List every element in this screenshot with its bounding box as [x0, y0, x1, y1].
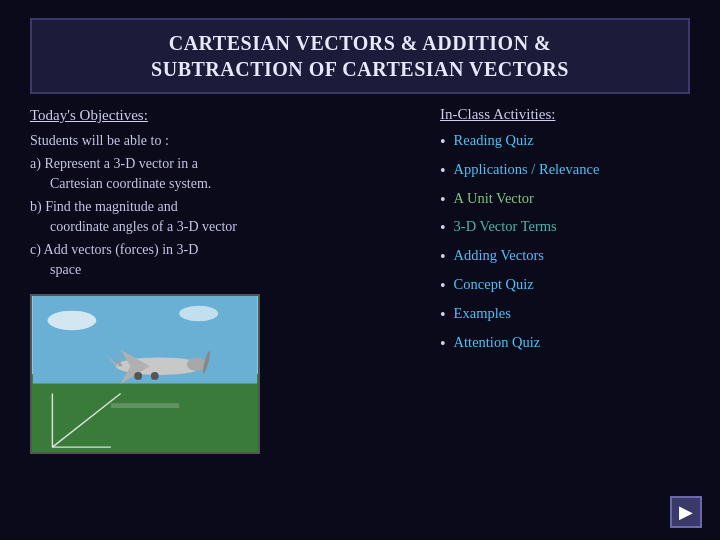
objectives-section: Today's Objectives: Students will be abl…	[30, 104, 415, 284]
bullet-1: •	[440, 132, 446, 153]
slide: CARTESIAN VECTORS & ADDITION & SUBTRACTI…	[0, 0, 720, 540]
activity-item-concept-quiz: • Concept Quiz	[440, 275, 700, 297]
bullet-7: •	[440, 305, 446, 326]
objectives-title: Today's Objectives:	[30, 104, 415, 127]
activity-item-adding-vectors: • Adding Vectors	[440, 246, 700, 268]
activity-label-concept-quiz: Concept Quiz	[454, 275, 534, 294]
svg-rect-4	[111, 403, 179, 408]
bullet-4: •	[440, 218, 446, 239]
obj-item-b: b) Find the magnitude and coordinate ang…	[30, 197, 415, 236]
content-area: Today's Objectives: Students will be abl…	[0, 104, 720, 540]
svg-point-16	[151, 372, 159, 380]
activity-label-unit-vector: A Unit Vector	[454, 189, 534, 208]
title-line2: SUBTRACTION OF CARTESIAN VECTORS	[151, 58, 569, 80]
right-column: In-Class Activities: • Reading Quiz • Ap…	[430, 104, 700, 530]
svg-rect-3	[33, 383, 257, 451]
svg-point-2	[179, 305, 218, 321]
activity-label-adding-vectors: Adding Vectors	[454, 246, 544, 265]
bullet-8: •	[440, 334, 446, 355]
bullet-3: •	[440, 190, 446, 211]
svg-point-1	[48, 310, 97, 330]
bullet-6: •	[440, 276, 446, 297]
activity-item-applications: • Applications / Relevance	[440, 160, 700, 182]
airplane-image	[30, 294, 260, 454]
obj-item-c: c) Add vectors (forces) in 3-D space	[30, 240, 415, 279]
bullet-5: •	[440, 247, 446, 268]
obj-item-a: a) Represent a 3-D vector in a Cartesian…	[30, 154, 415, 193]
activity-item-examples: • Examples	[440, 304, 700, 326]
svg-point-15	[134, 372, 142, 380]
title-line1: CARTESIAN VECTORS & ADDITION &	[169, 32, 552, 54]
left-column: Today's Objectives: Students will be abl…	[30, 104, 430, 530]
activity-item-3d-terms: • 3-D Vector Terms	[440, 217, 700, 239]
next-button[interactable]: ▶	[670, 496, 702, 528]
activity-label-applications: Applications / Relevance	[454, 160, 600, 179]
activity-item-attention-quiz: • Attention Quiz	[440, 333, 700, 355]
students-line: Students will be able to :	[30, 131, 415, 151]
activity-label-examples: Examples	[454, 304, 511, 323]
activity-item-unit-vector: • A Unit Vector	[440, 189, 700, 211]
title-box: CARTESIAN VECTORS & ADDITION & SUBTRACTI…	[30, 18, 690, 94]
activity-label-attention-quiz: Attention Quiz	[454, 333, 541, 352]
bullet-2: •	[440, 161, 446, 182]
activities-title: In-Class Activities:	[440, 106, 700, 123]
activity-label-reading-quiz: Reading Quiz	[454, 131, 534, 150]
slide-title: CARTESIAN VECTORS & ADDITION & SUBTRACTI…	[52, 30, 668, 82]
activity-item-reading-quiz: • Reading Quiz	[440, 131, 700, 153]
activity-label-3d-terms: 3-D Vector Terms	[454, 217, 557, 236]
